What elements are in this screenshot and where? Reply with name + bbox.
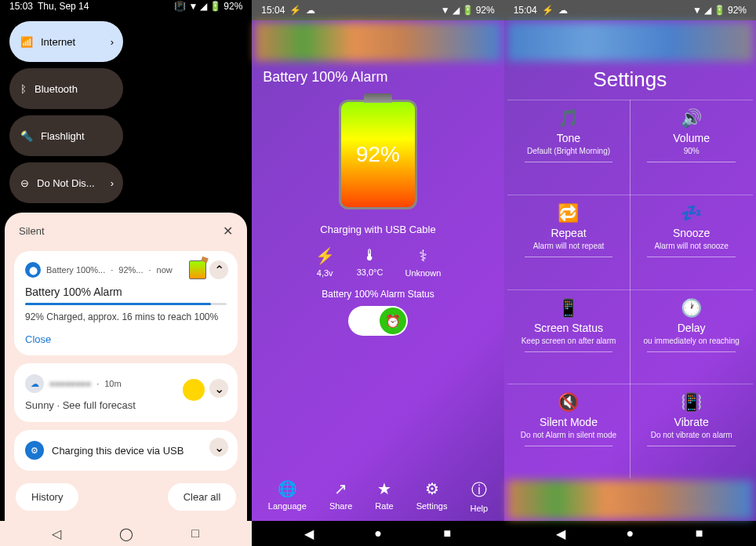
tile-dnd[interactable]: ⊖ Do Not Dis... ›	[9, 162, 123, 203]
status-bar: 15:03 Thu, Sep 14 📳 ▼ ◢ 🔋 92%	[0, 0, 252, 12]
back-button[interactable]: ◀	[296, 521, 322, 546]
rate-button[interactable]: ★Rate	[375, 479, 393, 513]
share-button[interactable]: ↗Share	[329, 479, 352, 513]
setting-volume[interactable]: 🔊Volume90%	[630, 100, 753, 195]
thermometer-icon: 🌡	[357, 246, 383, 264]
ad-banner[interactable]	[507, 22, 753, 61]
status-time: 15:03	[9, 1, 33, 12]
recents-button[interactable]: ■	[434, 521, 460, 546]
gear-icon: ⚙	[25, 441, 44, 460]
status-battery: 92%	[476, 5, 495, 16]
tile-label: Do Not Dis...	[37, 177, 95, 189]
notification-usb[interactable]: ⚙ Charging this device via USB ⌄	[14, 430, 238, 471]
action-label: Help	[470, 504, 488, 513]
setting-label: Volume	[636, 132, 747, 144]
setting-silent-mode[interactable]: 🔇Silent ModeDo not Alarm in silent mode	[507, 384, 631, 479]
home-button[interactable]: ●	[617, 521, 642, 546]
tile-internet[interactable]: 📶 Internet ›	[9, 21, 123, 62]
stat-value: Unknown	[405, 268, 441, 278]
setting-label: Repeat	[514, 227, 624, 239]
chevron-right-icon: ›	[111, 177, 114, 189]
notif-time: 10m	[104, 379, 121, 388]
setting-delay[interactable]: 🕐Delayou immediately on reaching	[630, 289, 753, 384]
back-button[interactable]: ◀	[548, 521, 573, 546]
expand-icon[interactable]: ⌄	[209, 379, 228, 398]
setting-sub: Do not vibrate on alarm	[636, 431, 747, 439]
battery-graphic: 92%	[339, 100, 417, 209]
silent-header: Silent	[19, 225, 45, 237]
cloud-icon: ☁	[558, 5, 568, 16]
notif-pct: 92%...	[118, 265, 143, 275]
action-label: Language	[268, 501, 307, 511]
bolt-icon: ⚡	[315, 246, 335, 265]
notif-title: Battery 100% Alarm	[25, 286, 227, 298]
setting-label: Vibrate	[636, 416, 747, 428]
close-button[interactable]: Close	[25, 333, 51, 345]
notification-battery-alarm[interactable]: ⬤ Battery 100%... · 92%... · now ⌃ Batte…	[14, 251, 238, 355]
notification-weather[interactable]: ☁ ■■■■■■■■ · 10m ⌄ Sunny · See full fore…	[14, 363, 238, 422]
dnd-icon: ⊖	[20, 177, 29, 189]
action-label: Rate	[375, 501, 393, 511]
ad-banner[interactable]	[255, 22, 500, 61]
setting-tone[interactable]: 🎵ToneDefault (Bright Morning)	[507, 100, 631, 195]
setting-vibrate[interactable]: 📳VibrateDo not vibrate on alarm	[630, 384, 753, 479]
stat-temp: 🌡 33,0°C	[357, 246, 383, 278]
setting-sub: Alarm will not repeat	[514, 242, 624, 250]
home-button[interactable]: ●	[365, 521, 391, 546]
cloud-icon: ☁	[25, 374, 44, 393]
setting-sub: Keep screen on after alarm	[514, 337, 624, 345]
language-button[interactable]: 🌐Language	[268, 479, 307, 513]
notification-panel: Silent ✕ ⬤ Battery 100%... · 92%... · no…	[5, 213, 247, 524]
expand-icon[interactable]: ⌄	[209, 438, 228, 457]
battery-icon: 🔋	[209, 1, 221, 12]
close-icon[interactable]: ✕	[223, 224, 233, 238]
action-label: Settings	[416, 501, 448, 511]
tile-label: Internet	[41, 36, 75, 48]
repeat-icon: 🔁	[514, 203, 624, 224]
app-icon: ⬤	[25, 262, 41, 278]
clear-all-button[interactable]: Clear all	[168, 483, 237, 511]
history-button[interactable]: History	[16, 483, 78, 511]
stat-value: 33,0°C	[357, 268, 383, 277]
back-button[interactable]: ◁	[44, 521, 69, 546]
stat-voltage: ⚡ 4,3v	[315, 246, 335, 278]
recents-button[interactable]: □	[183, 521, 208, 546]
battery-icon: 🔋	[714, 5, 725, 16]
setting-repeat[interactable]: 🔁RepeatAlarm will not repeat	[507, 195, 631, 289]
home-button[interactable]: ◯	[114, 521, 139, 546]
tile-label: Bluetooth	[35, 83, 78, 95]
signal-icon: ◢	[200, 1, 207, 12]
setting-sub: Do not Alarm in silent mode	[514, 431, 624, 439]
gear-icon: ⚙	[416, 479, 448, 498]
snooze-icon: 💤	[636, 203, 747, 224]
notif-app-name: Battery 100%...	[46, 265, 105, 275]
alarm-icon: ⏰	[380, 308, 406, 334]
status-bar: 15:04 ⚡ ☁ ▼ ◢ 🔋 92%	[504, 0, 756, 20]
help-button[interactable]: ⓘHelp	[470, 479, 488, 513]
settings-button[interactable]: ⚙Settings	[416, 479, 448, 513]
tile-bluetooth[interactable]: ᛒ Bluetooth	[9, 68, 123, 109]
recents-button[interactable]: ■	[687, 521, 712, 546]
globe-icon: 🌐	[268, 479, 307, 498]
status-bar: 15:04 ⚡ ☁ ▼ ◢ 🔋 92%	[252, 0, 503, 20]
status-battery: 92%	[224, 1, 242, 12]
action-label: Share	[329, 501, 352, 511]
status-date: Thu, Sep 14	[38, 1, 89, 12]
setting-sub: Alarm will not snooze	[636, 242, 747, 250]
chevron-right-icon: ›	[111, 36, 114, 48]
setting-snooze[interactable]: 💤SnoozeAlarm will not snooze	[630, 195, 753, 289]
alarm-toggle[interactable]: ⏰	[348, 306, 408, 336]
tile-flashlight[interactable]: 🔦 Flashlight	[9, 115, 123, 156]
star-icon: ★	[375, 479, 393, 498]
charging-icon: ⚡	[542, 5, 554, 16]
wifi-icon: ▼	[188, 1, 198, 12]
notif-body: 92% Charged, approx. 16 mins to reach 10…	[25, 311, 227, 322]
health-icon: ⚕	[405, 246, 441, 265]
volume-icon: 🔊	[636, 108, 747, 129]
sun-icon	[183, 379, 205, 401]
setting-screen-status[interactable]: 📱Screen StatusKeep screen on after alarm	[507, 289, 631, 384]
setting-label: Tone	[514, 132, 624, 144]
tile-label: Flashlight	[41, 130, 85, 142]
ad-banner[interactable]	[507, 480, 753, 519]
progress-bar	[25, 303, 227, 305]
